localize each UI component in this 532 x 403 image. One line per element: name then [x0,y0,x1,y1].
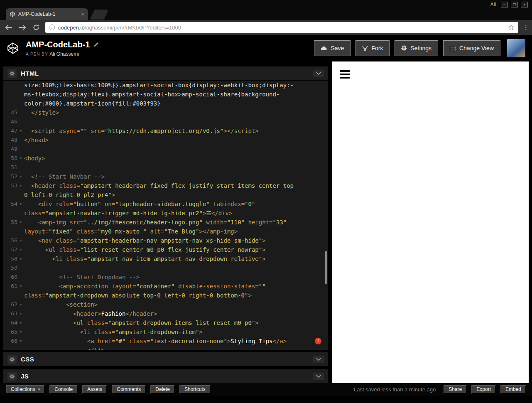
edit-title-pencil-icon[interactable] [93,42,99,47]
code-text: size:100%;flex-basis:100%}}.ampstart-soc… [24,81,328,90]
js-editor-settings-button[interactable] [7,372,17,381]
embed-button[interactable]: Embed [500,385,526,394]
code-line[interactable]: 58▾ <li class="ampstart-nav-item ampstar… [3,254,328,263]
fold-gutter [17,117,24,126]
fold-arrow-icon[interactable]: ▾ [17,199,24,209]
code-line[interactable]: layout="fixed" class="my0 mx-auto " alt=… [3,227,328,236]
forward-button[interactable] [18,23,27,32]
line-number: 62 [3,300,17,309]
code-text: color:#000}.ampstart-icon{fill:#003f93} [24,99,328,108]
code-line[interactable]: class="ampstart-dropdown absolute top-0 … [3,291,328,300]
code-line[interactable]: 47▾ <script async="" src="https://cdn.am… [3,126,328,135]
fold-arrow-icon[interactable]: ▾ [17,236,24,245]
error-badge[interactable]: ! [315,338,321,344]
code-text: <header class="ampstart-headerbar fixed … [24,181,328,190]
code-text: <amp-accordion layout="container" disabl… [24,282,328,291]
code-line[interactable]: 56▾ <nav class="ampstart-headerbar-nav a… [3,236,328,245]
pane-resize-gutter[interactable] [328,61,332,383]
js-collapse-button[interactable] [313,373,324,380]
window-close-button[interactable]: × [521,2,528,7]
code-line[interactable]: 49 [3,145,328,154]
html-collapse-button[interactable] [313,70,324,77]
code-line[interactable]: 62▾ <section> [3,300,328,309]
save-button[interactable]: Save [314,40,351,56]
code-line[interactable]: 51 [3,163,328,172]
fold-arrow-icon[interactable]: ▾ [17,126,24,135]
html-code-editor[interactable]: size:100%;flex-basis:100%}}.ampstart-soc… [3,80,328,350]
code-line[interactable]: 65▾ <li class="ampstart-dropdown-item"> [3,327,328,337]
code-line[interactable]: class="ampstart-navbar-trigger md-hide l… [3,209,328,218]
fold-arrow-icon[interactable]: ▾ [17,282,24,291]
code-line[interactable]: 0 left-0 right-0 pl2 pr4"> [3,190,328,199]
code-line[interactable]: 45 </style> [3,108,328,117]
avatar[interactable] [507,39,525,57]
fold-arrow-icon[interactable]: ▾ [17,300,24,309]
maximize-button[interactable]: ▢ [511,2,518,7]
code-line[interactable]: 57▾ <ul class="list-reset center m0 p0 f… [3,245,328,254]
code-line[interactable]: 61▾ <amp-accordion layout="container" di… [3,282,328,291]
fold-arrow-icon[interactable]: ▾ [17,337,24,346]
code-line[interactable]: 52▾ <!-- Start Navbar --> [3,172,328,181]
code-line[interactable]: 63▾ <header>Fashion</header> [3,309,328,318]
back-arrow-icon [5,25,12,30]
minimize-button[interactable]: – [501,2,508,7]
code-line[interactable]: ms-flexbox;display:flex}.ampstart-social… [3,90,328,99]
fold-gutter [17,99,24,108]
browser-menu-button[interactable]: ⋮ [523,24,528,31]
tab-close-icon[interactable]: × [81,11,84,17]
code-line[interactable]: size:100%;flex-basis:100%}}.ampstart-soc… [3,81,328,90]
code-line[interactable]: 53▾ <header class="ampstart-headerbar fi… [3,181,328,190]
new-tab-button[interactable] [90,10,109,20]
fold-arrow-icon[interactable]: ▾ [17,318,24,327]
back-button[interactable] [4,23,13,32]
fold-arrow-icon[interactable]: ▾ [17,327,24,337]
code-line[interactable]: 46 [3,117,328,126]
codepen-logo[interactable] [7,42,19,54]
console-button[interactable]: Console [49,385,78,394]
delete-button[interactable]: Delete [150,385,175,394]
fold-arrow-icon[interactable]: ▾ [17,218,24,227]
code-line[interactable]: </li> [3,346,328,350]
browser-tab[interactable]: AMP-CodeLab-1 × [6,8,88,20]
fold-arrow-icon[interactable]: ▾ [17,254,24,263]
site-info-icon[interactable]: i [49,25,55,30]
code-line[interactable]: 50▾<body> [3,154,328,163]
fold-arrow-icon[interactable]: ▾ [17,172,24,181]
bookmark-star-icon[interactable] [508,24,515,31]
code-line[interactable]: 60 <!-- Start Dropdown --> [3,273,328,282]
change-view-button[interactable]: Change View [443,40,500,56]
assets-button[interactable]: Assets [82,385,107,394]
comments-button[interactable]: Comments [112,385,146,394]
shortcuts-button[interactable]: Shortcuts [179,385,211,394]
css-editor-settings-button[interactable] [7,355,17,364]
code-line[interactable]: 66▾ <a href="#" class="text-decoration-n… [3,337,328,346]
fold-arrow-icon[interactable]: ▾ [17,181,24,190]
fork-button[interactable]: Fork [355,40,390,56]
url-bar[interactable]: i codepen.io/aghassemi/pen/XMKbGP?editor… [45,22,518,33]
code-line[interactable]: 59 [3,263,328,273]
fold-arrow-icon[interactable]: ▾ [17,245,24,254]
profile-label: Ali [490,2,496,7]
editor-scrollbar-thumb[interactable] [325,251,327,284]
code-text: ms-flexbox;display:flex}.ampstart-social… [24,90,328,99]
share-button[interactable]: Share [444,385,467,394]
html-editor-settings-button[interactable] [7,69,17,78]
code-line[interactable]: 55▾ <amp-img src="../img/thescenic/heade… [3,218,328,227]
code-line[interactable]: 64▾ <ul class="ampstart-dropdown-items l… [3,318,328,327]
fold-arrow-icon[interactable]: ▾ [17,309,24,318]
hamburger-menu-icon[interactable] [340,70,350,79]
preview-pane [332,61,529,383]
fold-arrow-icon[interactable]: ▾ [17,154,24,163]
css-collapse-button[interactable] [313,356,324,363]
line-number: 59 [3,263,17,273]
reload-button[interactable] [32,23,41,32]
code-line[interactable]: 54▾ <div role="button" on="tap:header-si… [3,199,328,209]
export-button[interactable]: Export [471,385,496,394]
settings-button[interactable]: Settings [395,40,438,56]
collections-button[interactable]: Collections ▾ [6,385,45,394]
gear-icon [401,45,407,51]
code-text: <!-- Start Dropdown --> [24,273,328,282]
author-link[interactable]: Ali Ghassemi [49,51,79,57]
code-line[interactable]: 48</head> [3,135,328,145]
code-line[interactable]: color:#000}.ampstart-icon{fill:#003f93} [3,99,328,108]
